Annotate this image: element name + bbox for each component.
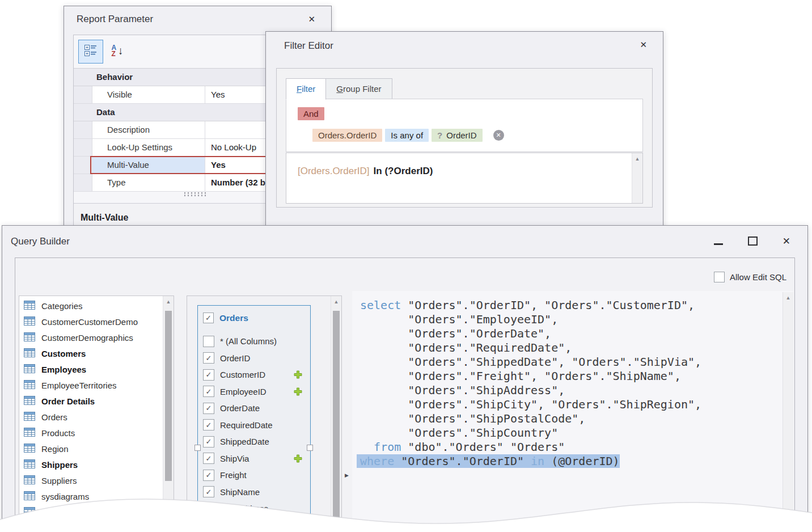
scrollbar-thumb[interactable] bbox=[165, 311, 172, 481]
splitter-collapse-icon[interactable]: ▶ bbox=[345, 472, 349, 478]
column-row-shipvia[interactable]: ✓ShipVia bbox=[198, 450, 310, 467]
selection-handle-left[interactable] bbox=[194, 445, 201, 451]
table-item-label: Employees bbox=[41, 365, 86, 374]
sql-line: from "dbo"."Orders" "Orders" bbox=[360, 440, 793, 454]
column-label: ShippedDate bbox=[220, 437, 269, 446]
join-plus-icon[interactable] bbox=[294, 454, 302, 463]
close-icon[interactable]: ✕ bbox=[308, 14, 315, 24]
filter-preview-text: [Orders.OrderID]In (?OrderID) bbox=[298, 166, 433, 177]
column-row-orderdate[interactable]: ✓OrderDate bbox=[198, 400, 310, 417]
scroll-up-icon[interactable]: ▲ bbox=[331, 296, 341, 307]
orders-table-card[interactable]: ✓ Orders * (All Columns)✓OrderID✓Custome… bbox=[197, 305, 311, 530]
table-item-customercustomerdemo[interactable]: CustomerCustomerDemo bbox=[19, 314, 163, 330]
query-builder-titlebar[interactable]: Query Builder ✕ bbox=[2, 226, 807, 257]
table-item-label: Suppliers bbox=[41, 476, 77, 485]
table-item-employeeterritories[interactable]: EmployeeTerritories bbox=[19, 377, 163, 393]
report-parameter-titlebar[interactable]: Report Parameter ✕ bbox=[64, 6, 331, 32]
column-label: ShipCity bbox=[220, 521, 252, 530]
table-item-products[interactable]: Products bbox=[19, 425, 163, 441]
orders-table-checkbox[interactable]: ✓ bbox=[203, 313, 214, 323]
splitter-dots-icon bbox=[183, 192, 206, 197]
table-item-orders[interactable]: Orders bbox=[19, 409, 163, 425]
screenshot-canvas: Report Parameter ✕ bbox=[0, 0, 812, 532]
table-item-customers[interactable]: Customers bbox=[19, 345, 163, 361]
tab-group-filter[interactable]: Group Filter bbox=[326, 78, 392, 100]
sql-line: "Orders"."ShipCity", "Orders"."ShipRegio… bbox=[360, 398, 793, 412]
table-item-suppliers[interactable]: Suppliers bbox=[19, 472, 163, 488]
column-row-employeeid[interactable]: ✓EmployeeID bbox=[198, 383, 310, 400]
property-name: Multi-Value bbox=[92, 157, 205, 174]
column-checkbox[interactable]: ✓ bbox=[203, 453, 214, 464]
column-checkbox[interactable]: ✓ bbox=[203, 386, 214, 397]
column-checkbox[interactable]: ✓ bbox=[203, 419, 214, 430]
table-item-shippers[interactable]: Shippers bbox=[19, 457, 163, 472]
sort-az-button[interactable]: A Z ↓ bbox=[105, 40, 129, 62]
column-row-customerid[interactable]: ✓CustomerID bbox=[198, 366, 310, 383]
column-label: OrderID bbox=[220, 353, 250, 363]
filter-editor-titlebar[interactable]: Filter Editor ✕ bbox=[266, 32, 663, 60]
close-icon[interactable]: ✕ bbox=[783, 235, 790, 247]
scrollbar-thumb[interactable] bbox=[333, 311, 340, 526]
column-row-shipaddress[interactable]: ✓ShipAddress bbox=[198, 500, 310, 517]
filter-editor-title: Filter Editor bbox=[266, 40, 333, 52]
column-label: CustomerID bbox=[220, 370, 265, 379]
categorized-view-button[interactable] bbox=[78, 40, 103, 64]
and-operator-chip[interactable]: And bbox=[298, 107, 324, 120]
condition-field-chip[interactable]: Orders.OrderID bbox=[312, 129, 382, 142]
diagram-scrollbar[interactable]: ▲ bbox=[331, 296, 341, 530]
table-item-region[interactable]: Region bbox=[19, 441, 163, 457]
maximize-icon[interactable] bbox=[748, 237, 758, 246]
join-plus-icon[interactable] bbox=[294, 370, 302, 379]
table-icon bbox=[24, 332, 35, 343]
allow-edit-sql-checkbox[interactable] bbox=[714, 272, 725, 282]
scroll-up-icon[interactable]: ▲ bbox=[163, 296, 174, 307]
column-row-all-columns[interactable]: * (All Columns) bbox=[198, 333, 310, 350]
column-checkbox[interactable]: ✓ bbox=[203, 503, 214, 514]
condition-value-chip[interactable]: ?OrderID bbox=[432, 129, 483, 142]
table-icon bbox=[24, 396, 35, 407]
column-row-shippeddate[interactable]: ✓ShippedDate bbox=[198, 433, 310, 450]
column-row-freight[interactable]: ✓Freight bbox=[198, 467, 310, 484]
property-name: Look-Up Settings bbox=[92, 139, 205, 156]
column-label: OrderDate bbox=[220, 403, 260, 413]
table-item-label: sysdiagrams bbox=[41, 492, 89, 501]
minimize-icon[interactable] bbox=[714, 243, 723, 245]
join-plus-icon[interactable] bbox=[294, 387, 302, 396]
table-item-categories[interactable]: Categories bbox=[19, 298, 163, 314]
tables-scrollbar[interactable]: ▲ bbox=[163, 296, 174, 529]
remove-condition-icon[interactable]: ✕ bbox=[493, 130, 504, 141]
table-item-label: Customers bbox=[41, 349, 86, 358]
table-item-order-details[interactable]: Order Details bbox=[19, 393, 163, 409]
column-row-requireddate[interactable]: ✓RequiredDate bbox=[198, 417, 310, 434]
column-row-orderid[interactable]: ✓OrderID bbox=[198, 350, 310, 367]
column-checkbox[interactable]: ✓ bbox=[203, 486, 214, 497]
parameter-icon: ? bbox=[437, 130, 442, 140]
tab-filter[interactable]: Filter bbox=[286, 78, 326, 100]
condition-operator-chip[interactable]: Is any of bbox=[385, 129, 429, 142]
close-icon[interactable]: ✕ bbox=[640, 40, 647, 50]
column-checkbox[interactable]: ✓ bbox=[203, 352, 214, 364]
preview-scrollbar[interactable]: ▲ bbox=[632, 153, 642, 203]
table-item-customerdemographics[interactable]: CustomerDemographics bbox=[19, 330, 163, 345]
table-item-sysdiagrams[interactable]: sysdiagrams bbox=[19, 488, 163, 504]
column-label: Freight bbox=[220, 470, 247, 480]
column-row-shipcity[interactable]: ✓ShipCity bbox=[198, 517, 310, 531]
column-checkbox[interactable]: ✓ bbox=[203, 369, 214, 381]
column-checkbox[interactable]: ✓ bbox=[203, 403, 214, 414]
table-item-territories[interactable]: Territories bbox=[19, 504, 163, 520]
sql-line: where "Orders"."OrderID" in (@OrderID) bbox=[360, 454, 793, 468]
column-checkbox[interactable]: ✓ bbox=[203, 470, 214, 481]
scroll-up-icon[interactable]: ▲ bbox=[632, 153, 642, 164]
column-row-shipname[interactable]: ✓ShipName bbox=[198, 484, 310, 501]
scroll-up-icon[interactable]: ▲ bbox=[783, 292, 793, 303]
column-label: ShipAddress bbox=[220, 504, 268, 513]
sql-scrollbar[interactable]: ▲ bbox=[783, 292, 793, 526]
column-checkbox[interactable]: ✓ bbox=[203, 436, 214, 447]
selection-handle-right[interactable] bbox=[307, 445, 313, 451]
check-icon: ✓ bbox=[206, 488, 212, 496]
column-checkbox[interactable] bbox=[203, 336, 214, 347]
sql-editor[interactable]: select "Orders"."OrderID", "Orders"."Cus… bbox=[352, 291, 793, 527]
sql-selected-line: where "Orders"."OrderID" in (@OrderID) bbox=[357, 454, 620, 468]
table-item-employees[interactable]: Employees bbox=[19, 361, 163, 377]
column-checkbox[interactable]: ✓ bbox=[203, 520, 214, 530]
